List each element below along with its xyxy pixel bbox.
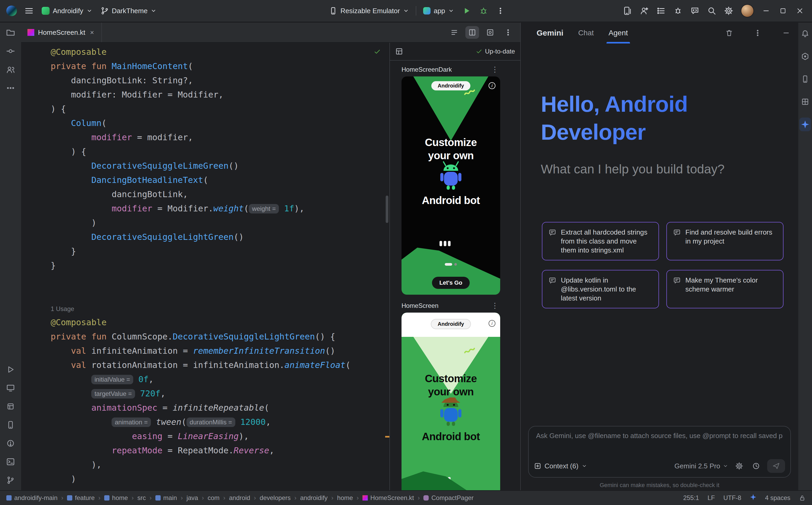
code-line: ) { <box>51 144 389 159</box>
breadcrumb-item[interactable]: java <box>187 494 198 502</box>
running-devices-tool-button[interactable] <box>3 381 18 395</box>
breadcrumb-item[interactable]: com <box>208 494 220 502</box>
breadcrumb-item[interactable]: HomeScreen.kt <box>362 494 414 502</box>
tab-agent[interactable]: Agent <box>609 22 628 43</box>
suggestion-card-update-kotlin[interactable]: Update kotlin in @libs.version.toml to t… <box>542 270 659 308</box>
breadcrumb-item[interactable]: home <box>104 494 128 502</box>
preview-list[interactable]: HomeScreenDark ⋮ Androidify i Customize … <box>390 61 520 490</box>
clear-chat-button[interactable] <box>722 27 736 39</box>
terminal-tool-button[interactable] <box>3 455 18 469</box>
user-avatar[interactable] <box>741 4 754 17</box>
gemini-prompt-input[interactable] <box>536 432 783 440</box>
gemini-input-box[interactable]: Context (6) Gemini 2.5 Pro <box>528 426 791 478</box>
run-configuration-selector[interactable]: app <box>420 5 458 17</box>
prompt-history-button[interactable] <box>750 460 762 472</box>
editor-more-button[interactable] <box>501 26 515 39</box>
device-explorer-button[interactable] <box>799 72 811 86</box>
gemini-more-button[interactable] <box>751 27 765 39</box>
breadcrumb-item[interactable]: CompactPager <box>424 494 474 502</box>
code-line: DecorativeSquiggleLimeGreen() <box>51 159 389 173</box>
breadcrumb-item[interactable]: androidify-main <box>6 494 57 502</box>
problems-tool-button[interactable] <box>3 437 18 450</box>
caret-position[interactable]: 255:1 <box>683 494 699 502</box>
tab-chat[interactable]: Chat <box>578 22 594 43</box>
design-view-button[interactable] <box>483 26 497 39</box>
tab-close-icon[interactable]: × <box>89 28 95 37</box>
notifications-button[interactable] <box>799 27 811 41</box>
main-menu-button[interactable] <box>21 3 37 18</box>
preview-phone-dark[interactable]: Androidify i Customize your own An <box>401 76 500 295</box>
code-review-button[interactable] <box>687 3 703 18</box>
code-line: modifier = Modifier.weight(weight = 1f), <box>51 201 389 216</box>
line-separator[interactable]: LF <box>707 494 715 502</box>
gradle-button[interactable] <box>799 49 811 63</box>
collab-tool-button[interactable] <box>3 63 18 76</box>
preview-phone-light[interactable]: Androidify i Customize your own An <box>401 313 500 490</box>
more-tools-button[interactable] <box>3 81 18 95</box>
project-tool-button[interactable] <box>3 26 18 39</box>
modified-line-marker <box>385 436 389 438</box>
editor-scrollbar-thumb[interactable] <box>386 196 388 223</box>
run-tool-button[interactable] <box>3 363 18 376</box>
device-manager-button[interactable] <box>619 3 635 18</box>
breadcrumb-item[interactable]: src <box>137 494 146 502</box>
window-minimize-button[interactable] <box>758 3 774 18</box>
readonly-lock-icon[interactable] <box>799 494 806 501</box>
run-more-options-button[interactable] <box>492 3 508 18</box>
split-view-button[interactable] <box>465 26 479 39</box>
breadcrumb-item[interactable]: androidify <box>300 494 328 502</box>
gemini-status-icon[interactable] <box>750 494 757 502</box>
resource-manager-button[interactable] <box>799 95 811 109</box>
preview-layout-button[interactable] <box>395 47 403 55</box>
gemini-profile-button[interactable] <box>636 3 652 18</box>
window-close-button[interactable] <box>792 3 808 18</box>
breadcrumb-item[interactable]: android <box>229 494 250 502</box>
left-tool-strip <box>0 23 21 490</box>
settings-button[interactable] <box>721 3 736 18</box>
version-control-tool-button[interactable] <box>3 473 18 487</box>
commit-tool-button[interactable] <box>3 44 18 58</box>
file-encoding[interactable]: UTF-8 <box>723 494 741 502</box>
suggestion-card-build-errors[interactable]: Find and resolve build errors in my proj… <box>666 222 784 261</box>
preview-card-menu-icon[interactable]: ⋮ <box>490 66 500 73</box>
code-line: private fun ColumnScope.DecorativeSquigg… <box>51 329 389 344</box>
pager-indicator <box>445 263 457 266</box>
breadcrumb-item[interactable]: home <box>337 494 353 502</box>
preview-card-title: HomeScreenDark ⋮ <box>401 63 500 76</box>
code-editor[interactable]: @Composableprivate fun MainHomeContent( … <box>21 43 389 490</box>
lets-go-button[interactable]: Let's Go <box>432 277 470 289</box>
indent-setting[interactable]: 4 spaces <box>765 494 790 502</box>
search-everywhere-button[interactable] <box>704 3 720 18</box>
gemini-tool-button[interactable] <box>799 118 811 131</box>
breadcrumb-item[interactable]: main <box>155 494 177 502</box>
code-view-button[interactable] <box>447 26 461 39</box>
model-selector[interactable]: Gemini 2.5 Pro <box>675 462 728 470</box>
hide-panel-button[interactable] <box>779 27 793 39</box>
code-line: val infiniteAnimation = rememberInfinite… <box>51 344 389 358</box>
code-line: dancingBotLink, <box>51 187 389 201</box>
device-selector[interactable]: Resizable Emulator <box>326 5 412 17</box>
chevron-down-icon <box>403 8 409 14</box>
debug-button[interactable] <box>476 3 491 18</box>
window-maximize-button[interactable] <box>775 3 791 18</box>
task-list-button[interactable] <box>653 3 669 18</box>
suggestion-card-extract-strings[interactable]: Extract all hardcoded strings from this … <box>542 222 659 261</box>
preview-name: HomeScreen <box>401 302 439 309</box>
preview-card-menu-icon[interactable]: ⋮ <box>490 302 500 309</box>
build-tool-button[interactable] <box>3 399 18 413</box>
code-line: ), <box>51 458 389 472</box>
project-selector[interactable]: Androidify <box>38 5 96 17</box>
breadcrumb-item[interactable]: developers <box>260 494 291 502</box>
breadcrumb-item[interactable]: feature <box>67 494 95 502</box>
task-list-icon <box>657 6 666 15</box>
vcs-branch-selector[interactable]: DarkTheme <box>97 5 160 17</box>
context-selector[interactable]: Context (6) <box>534 462 587 470</box>
send-button[interactable] <box>767 459 785 473</box>
run-button[interactable] <box>459 3 475 18</box>
inspections-ok-icon[interactable] <box>373 48 381 55</box>
tab-homescreen-kt[interactable]: HomeScreen.kt × <box>21 23 102 42</box>
app-insights-button[interactable] <box>670 3 686 18</box>
gemini-settings-button[interactable] <box>733 460 745 472</box>
suggestion-card-theme-warmer[interactable]: Make my Theme's color scheme warmer <box>666 270 784 308</box>
emulator-tool-button[interactable] <box>3 418 18 432</box>
